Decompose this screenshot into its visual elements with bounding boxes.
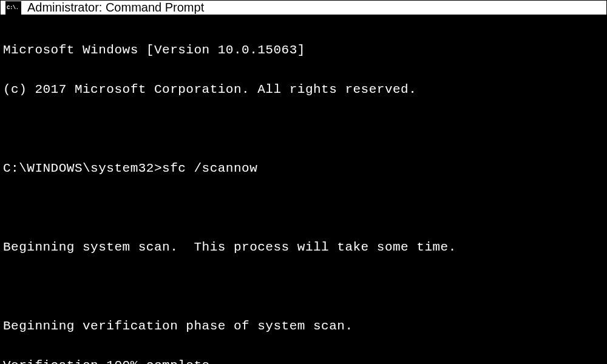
blank-line — [3, 120, 604, 140]
blank-line — [3, 198, 604, 218]
banner-version-line: Microsoft Windows [Version 10.0.15063] — [3, 41, 604, 61]
prompt-line-1: C:\WINDOWS\system32>sfc /scannow — [3, 159, 604, 179]
prompt-path: C:\WINDOWS\system32> — [3, 161, 162, 175]
cmd-app-icon: C:\. — [5, 1, 21, 15]
blank-line — [3, 277, 604, 297]
output-begin-verification: Beginning verification phase of system s… — [3, 317, 604, 337]
terminal-output-area[interactable]: Microsoft Windows [Version 10.0.15063] (… — [1, 16, 606, 364]
output-verification-complete: Verification 100% complete. — [3, 356, 604, 364]
output-begin-scan: Beginning system scan. This process will… — [3, 238, 604, 258]
banner-copyright-line: (c) 2017 Microsoft Corporation. All righ… — [3, 80, 604, 100]
titlebar[interactable]: C:\. Administrator: Command Prompt — [1, 1, 606, 16]
command-prompt-window: C:\. Administrator: Command Prompt Micro… — [0, 0, 607, 364]
entered-command: sfc /scannow — [162, 161, 257, 175]
window-title: Administrator: Command Prompt — [27, 1, 204, 15]
cmd-app-icon-text: C:\. — [7, 5, 19, 11]
